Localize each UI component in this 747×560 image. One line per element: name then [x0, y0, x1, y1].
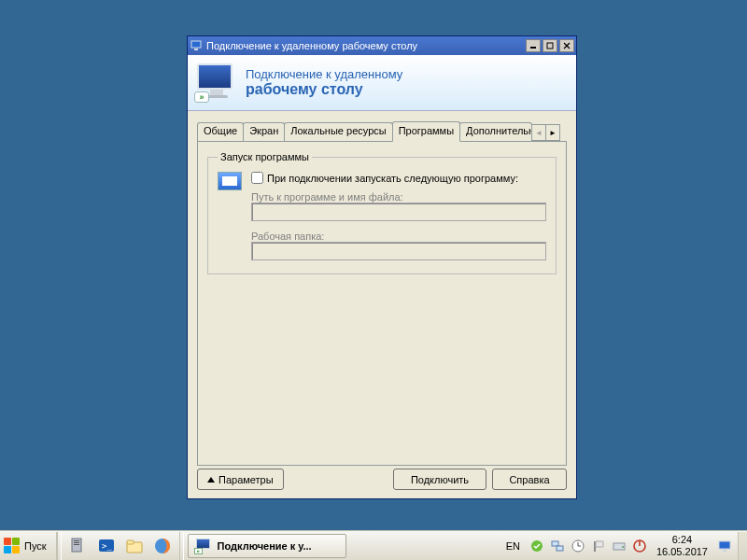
rdp-app-icon: » — [196, 539, 213, 553]
program-path-input — [251, 203, 546, 221]
tab-programs[interactable]: Программы — [392, 121, 460, 142]
maximize-button[interactable] — [543, 39, 557, 52]
tray-safely-remove-icon[interactable] — [529, 539, 544, 553]
taskbar: Пуск >_ » Подключение к у... EN — [0, 530, 747, 560]
program-path-label: Путь к программе и имя файла: — [251, 191, 546, 203]
start-button[interactable]: Пуск — [0, 532, 57, 560]
options-button[interactable]: Параметры — [197, 469, 284, 490]
help-button[interactable]: Справка — [492, 469, 567, 490]
svg-rect-8 — [74, 542, 79, 543]
tab-scroll-right-button[interactable]: ► — [545, 124, 560, 141]
tray-network-icon[interactable] — [550, 539, 565, 553]
tab-scroll-left-button[interactable]: ◄ — [531, 124, 546, 141]
working-folder-input — [251, 242, 546, 260]
svg-rect-7 — [74, 540, 79, 541]
tray-clock-icon[interactable] — [571, 539, 585, 553]
dialog-banner: » Подключение к удаленному рабочему стол… — [188, 55, 576, 111]
rdp-dialog-window: Подключение к удаленному рабочему столу … — [187, 35, 577, 499]
svg-rect-0 — [191, 41, 201, 48]
rdp-app-icon — [190, 39, 203, 52]
start-program-label: При подключении запускать следующую прог… — [267, 173, 518, 184]
working-folder-label: Рабочая папка: — [251, 231, 546, 242]
window-titlebar[interactable]: Подключение к удаленному рабочему столу — [188, 36, 576, 55]
svg-rect-17 — [557, 546, 563, 551]
chevron-up-icon — [207, 477, 215, 483]
tab-general[interactable]: Общие — [197, 122, 244, 141]
svg-rect-9 — [74, 544, 79, 545]
windows-logo-icon — [4, 538, 21, 554]
start-program-checkbox[interactable] — [251, 172, 263, 184]
tab-advanced[interactable]: Дополнительн — [459, 122, 532, 141]
firefox-icon[interactable] — [151, 535, 174, 557]
start-label: Пуск — [24, 540, 47, 552]
help-label: Справка — [509, 474, 549, 485]
minimize-button[interactable] — [526, 39, 541, 52]
clock-time: 6:24 — [656, 534, 708, 546]
tray-drive-icon[interactable] — [612, 539, 627, 553]
svg-rect-3 — [547, 43, 553, 49]
tray-flag-icon[interactable] — [591, 539, 606, 553]
tab-strip: Общие Экран Локальные ресурсы Программы … — [197, 120, 567, 141]
tab-local[interactable]: Локальные ресурсы — [284, 122, 392, 141]
svg-rect-13 — [127, 540, 134, 544]
group-title: Запуск программы — [218, 151, 312, 162]
dialog-body: Общие Экран Локальные ресурсы Программы … — [188, 111, 576, 473]
tray-screen-icon[interactable] — [717, 539, 732, 553]
svg-rect-27 — [723, 550, 726, 552]
svg-point-23 — [622, 546, 624, 548]
program-icon — [218, 172, 242, 190]
dialog-button-row: Параметры Подключить Справка — [197, 469, 567, 490]
svg-rect-1 — [194, 49, 198, 50]
options-label: Параметры — [218, 474, 274, 485]
window-title: Подключение к удаленному рабочему столу — [206, 40, 417, 51]
banner-line1: Подключение к удаленному — [246, 67, 402, 81]
taskbar-clock[interactable]: 6:24 16.05.2017 — [653, 534, 712, 558]
banner-line2: рабочему столу — [246, 81, 402, 98]
close-button[interactable] — [559, 39, 574, 52]
svg-text:>_: >_ — [102, 541, 112, 551]
show-desktop-button[interactable] — [738, 532, 747, 560]
connect-button[interactable]: Подключить — [393, 469, 486, 490]
tab-display[interactable]: Экран — [243, 122, 285, 141]
taskbar-app-button[interactable]: » Подключение к у... — [188, 534, 346, 558]
connect-label: Подключить — [411, 474, 469, 485]
language-indicator[interactable]: EN — [502, 540, 524, 552]
tab-page-programs: Запуск программы При подключении запуска… — [197, 141, 567, 466]
quick-launch: >_ — [62, 535, 179, 557]
powershell-icon[interactable]: >_ — [95, 535, 118, 557]
system-tray: EN 6:24 16.05.2017 — [497, 534, 738, 558]
clock-date: 16.05.2017 — [656, 546, 708, 558]
svg-rect-16 — [552, 541, 558, 546]
program-launch-group: Запуск программы При подключении запуска… — [207, 151, 557, 274]
server-manager-icon[interactable] — [67, 535, 90, 557]
svg-rect-26 — [719, 541, 730, 549]
tray-power-icon[interactable] — [632, 539, 647, 553]
remote-desktop-icon: » — [197, 63, 236, 103]
taskbar-app-label: Подключение к у... — [218, 540, 312, 552]
explorer-icon[interactable] — [123, 535, 146, 557]
